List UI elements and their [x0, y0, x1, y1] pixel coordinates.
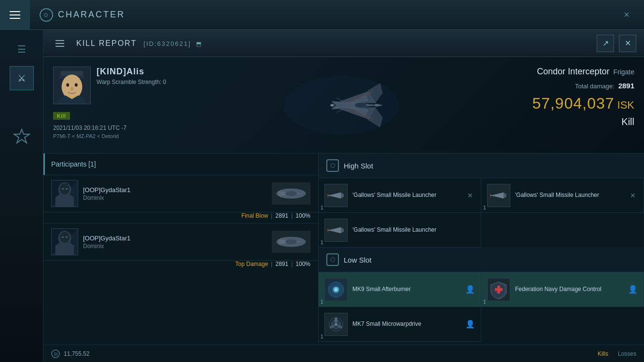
pilot-info-section: [KIND]Alis Warp Scramble Strength: 0 Kil…: [43, 57, 179, 153]
sidebar-menu-icon[interactable]: ☰: [10, 37, 34, 61]
participant-name-2: [OOP]GydaStar1: [83, 235, 267, 242]
pilot-portrait: [54, 67, 90, 104]
slot-qty-1: 1: [321, 205, 323, 210]
svg-point-55: [330, 195, 332, 196]
participant-ship-1: Dominix: [83, 195, 267, 201]
slot-close-1[interactable]: ✕: [465, 190, 475, 201]
svg-point-49: [66, 237, 68, 238]
svg-point-26: [75, 84, 78, 87]
low-slot-icon: ⬡: [326, 253, 339, 266]
pilot-info: [KIND]Alis Warp Scramble Strength: 0: [97, 67, 169, 104]
high-slot-label: High Slot: [344, 162, 373, 170]
top-bar: ⊙ CHARACTER ×: [0, 0, 644, 30]
hamburger-icon: [10, 11, 20, 19]
svg-point-38: [60, 183, 69, 195]
participant-row-1[interactable]: [OOP]GydaStar1 Dominix: [43, 175, 318, 212]
currency-icon: ₪: [51, 349, 60, 358]
kr-menu-button[interactable]: [51, 35, 69, 52]
participant-avatar-1: [51, 180, 78, 207]
high-slot-item-1[interactable]: 1 'Gallows' Small Missile Launcher: [319, 178, 481, 213]
main-menu-button[interactable]: [0, 0, 30, 30]
participant-row-2[interactable]: [OOP]GydaStar1 Dominix: [43, 223, 318, 261]
svg-point-25: [66, 84, 69, 87]
sidebar-star-icon[interactable]: [10, 124, 34, 148]
svg-rect-74: [495, 288, 503, 291]
copy-id-icon[interactable]: ⬒: [196, 41, 202, 47]
kr-hamburger-icon: [56, 40, 64, 47]
svg-point-51: [285, 239, 297, 244]
top-damage-label: Top Damage: [235, 261, 268, 267]
high-slot-header: ⬡ High Slot: [319, 153, 644, 178]
participant-ship-img-1: [272, 182, 310, 205]
afterburner-svg: [325, 279, 347, 300]
slots-panel: ⬡ High Slot 1: [319, 153, 644, 362]
ship-image: [250, 62, 433, 149]
svg-point-47: [60, 232, 69, 243]
mwd-qty: 1: [321, 334, 323, 339]
missile-icon-2: [325, 220, 347, 241]
svg-point-48: [62, 237, 64, 238]
close-icon: ✕: [625, 39, 631, 48]
high-slot-item-name-1: 'Gallows' Small Missile Launcher: [352, 191, 461, 199]
participant-ship-2: Dominix: [83, 243, 267, 250]
mwd-user-icon: 👤: [465, 320, 475, 329]
damage-control-user-icon: 👤: [628, 285, 638, 294]
svg-point-27: [70, 87, 73, 91]
dominix-ship-1: [272, 183, 310, 204]
isk-value: 57,904,037: [532, 95, 614, 112]
slot-close-3[interactable]: ✕: [628, 190, 638, 201]
missile-launcher-icon-2: [324, 219, 348, 242]
damage-control-svg: [488, 279, 509, 300]
high-slot-item-2[interactable]: 1 'Gallows' Small Missile Launcher: [319, 213, 481, 248]
ship-info-section: Condor Interceptor Frigate Total damage:…: [504, 57, 644, 153]
kill-type: Kill: [514, 116, 634, 127]
sidebar-swords-icon[interactable]: ⚔: [10, 66, 34, 90]
export-button[interactable]: ↗: [597, 35, 614, 52]
low-slot-items: 1: [319, 272, 644, 342]
participant-portrait-2: [52, 228, 78, 255]
left-sidebar: ☰ ⚔: [0, 30, 43, 362]
participant-damage-2: 2891: [275, 261, 288, 267]
participants-panel: Participants [1]: [43, 153, 319, 362]
kill-report-header: KILL REPORT [ID:6320621] ⬒ ↗ ✕: [43, 30, 644, 57]
app-title: CHARACTER: [58, 10, 125, 20]
svg-point-35: [283, 76, 399, 134]
star-shield-icon: [13, 127, 30, 145]
export-icon: ↗: [602, 39, 609, 48]
missile-icon-3: [488, 185, 509, 206]
kills-tab[interactable]: Kills: [598, 350, 608, 357]
participant-damage-1: 2891: [275, 212, 288, 219]
pilot-section: [KIND]Alis Warp Scramble Strength: 0: [53, 67, 169, 104]
kr-bottom-area: Participants [1]: [43, 153, 644, 362]
low-slot-item-afterburner[interactable]: 1: [319, 272, 481, 307]
low-slot-item-damage-control[interactable]: 1 Federat: [481, 272, 644, 307]
participant-pct-2: 100%: [295, 261, 310, 267]
bottom-tabs: Kills Losses: [598, 350, 636, 357]
participant-stats-1: Final Blow | 2891 | 100%: [43, 212, 318, 223]
pilot-avatar: [53, 67, 91, 104]
ship-name: Condor Interceptor: [537, 67, 609, 77]
participant-portrait-1: [52, 180, 78, 207]
svg-point-40: [66, 188, 68, 190]
losses-tab[interactable]: Losses: [618, 350, 636, 357]
high-slot-item-3[interactable]: 1 'Gallows' Small Missile Launcher: [481, 178, 644, 213]
close-button[interactable]: ✕: [619, 35, 636, 52]
dominix-ship-2: [272, 231, 310, 252]
mwd-icon: [324, 313, 348, 336]
afterburner-user-icon: 👤: [465, 285, 475, 294]
low-slot-item-mwd[interactable]: 1: [319, 307, 481, 342]
app-close-button[interactable]: ×: [619, 7, 634, 23]
mwd-name: MK7 Small Microwarpdrive: [352, 320, 461, 328]
ship-image-area: [179, 57, 504, 153]
afterburner-name: MK9 Small Afterburner: [352, 285, 461, 293]
damage-control-qty: 1: [483, 299, 486, 305]
svg-point-70: [335, 288, 337, 291]
final-blow-label: Final Blow: [241, 212, 268, 219]
high-slot-empty: [481, 213, 644, 248]
low-slot-header: ⬡ Low Slot: [319, 248, 644, 272]
ship-class: Frigate: [613, 68, 634, 76]
participants-header: Participants [1]: [43, 153, 318, 175]
afterburner-icon: [324, 278, 348, 301]
participant-avatar-2: [51, 228, 78, 255]
high-slot-items: 1 'Gallows' Small Missile Launcher: [319, 178, 644, 248]
